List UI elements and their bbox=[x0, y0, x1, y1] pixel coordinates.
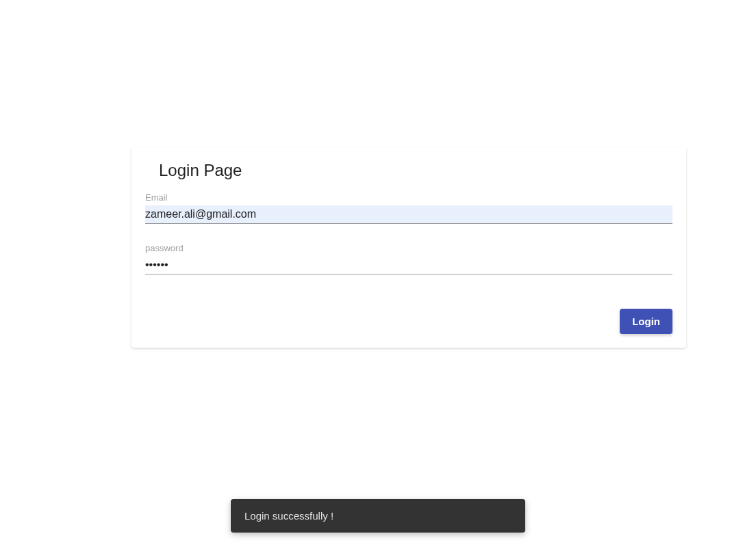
email-input[interactable] bbox=[145, 205, 672, 224]
password-input[interactable] bbox=[145, 256, 672, 274]
email-field-wrapper: Email bbox=[145, 192, 672, 224]
login-button[interactable]: Login bbox=[620, 309, 672, 334]
email-label: Email bbox=[145, 192, 672, 203]
snackbar-toast: Login successfully ! bbox=[231, 499, 525, 533]
page-title: Login Page bbox=[159, 161, 672, 180]
card-actions: Login bbox=[145, 309, 672, 334]
login-card: Login Page Email password Login bbox=[131, 147, 686, 348]
snackbar-message: Login successfully ! bbox=[244, 510, 333, 522]
password-field-wrapper: password bbox=[145, 243, 672, 274]
password-label: password bbox=[145, 243, 672, 253]
